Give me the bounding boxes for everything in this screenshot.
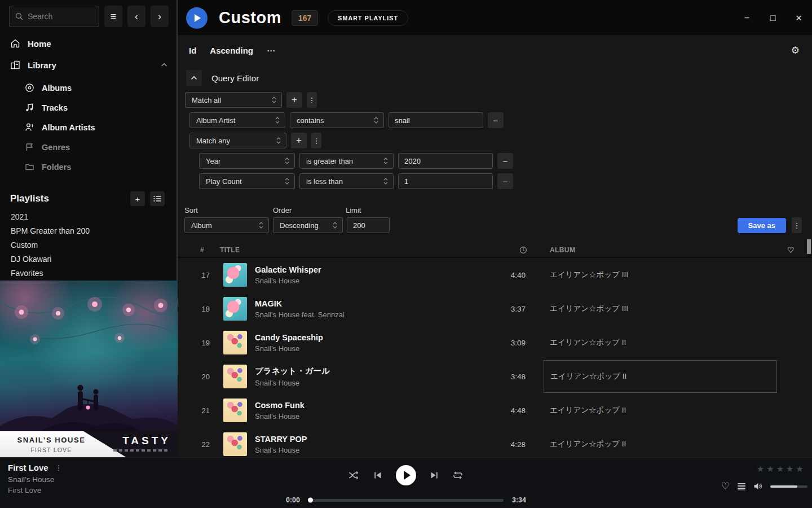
playlist-item-custom[interactable]: Custom [0, 238, 178, 252]
remove-rule-button[interactable]: − [488, 112, 504, 128]
sidebar-item-tracks[interactable]: Tracks [25, 98, 178, 117]
seek-knob[interactable] [308, 498, 313, 503]
star-icon[interactable]: ★ [786, 464, 793, 474]
volume-slider[interactable] [770, 485, 807, 488]
play-pause-button[interactable] [396, 465, 416, 485]
star-icon[interactable]: ★ [776, 464, 784, 474]
more-options-icon[interactable]: ⋯ [267, 46, 275, 56]
sidebar-item-library[interactable]: Library [0, 54, 178, 76]
now-playing-menu-icon[interactable]: ⋮ [55, 464, 62, 472]
playlist-item-2021[interactable]: 2021 [0, 209, 178, 224]
next-track-icon[interactable] [430, 471, 439, 480]
scrollbar-thumb[interactable] [807, 239, 811, 254]
select-spinner-icon [259, 221, 263, 229]
save-as-button[interactable]: Save as [738, 218, 786, 233]
sort-select[interactable]: Album [184, 217, 269, 233]
favorite-heart-icon[interactable]: ♡ [721, 480, 730, 492]
sidebar-item-genres[interactable]: Genres [25, 137, 178, 157]
rule-value-input[interactable] [398, 173, 493, 189]
track-duration: 4:40 [497, 271, 526, 279]
maximize-button[interactable]: □ [767, 13, 778, 23]
column-header-album[interactable]: ALBUM [550, 246, 575, 254]
add-rule-button[interactable]: + [286, 92, 302, 108]
shuffle-icon[interactable] [348, 471, 360, 480]
rule-operator-select[interactable]: is greater than [299, 153, 394, 169]
table-row[interactable]: 21 Cosmo Funk Snail’s House 4:48 エイリアン☆ポ… [178, 393, 812, 427]
play-icon [195, 14, 201, 22]
match-mode-select[interactable]: Match any [189, 133, 286, 148]
track-album-cell[interactable]: エイリアン☆ポップ III [544, 258, 777, 292]
sort-field-button[interactable]: Id [189, 46, 196, 55]
playlist-list-button[interactable] [150, 191, 165, 206]
now-playing-album[interactable]: First Love [8, 486, 62, 494]
previous-track-icon[interactable] [373, 471, 382, 480]
star-icon[interactable]: ★ [766, 464, 774, 474]
star-icon[interactable]: ★ [796, 464, 804, 474]
table-row[interactable]: 20 プラネット・ガール Snail’s House 3:48 エイリアン☆ポッ… [178, 360, 812, 393]
star-icon[interactable]: ★ [757, 464, 764, 474]
sidebar-item-album-artists[interactable]: Album Artists [25, 117, 178, 137]
close-button[interactable]: × [793, 12, 804, 24]
remove-rule-button[interactable]: − [497, 173, 513, 189]
home-icon [10, 38, 20, 49]
back-button[interactable]: ‹ [127, 6, 145, 27]
rule-operator-select[interactable]: is less than [299, 173, 394, 189]
track-album: エイリアン☆ポップ II [550, 439, 626, 449]
table-row[interactable]: 18 MAGIK Snail’s House feat. Sennzai 3:3… [178, 292, 812, 326]
track-album-cell[interactable]: エイリアン☆ポップ II [544, 393, 777, 427]
sidebar-item-home[interactable]: Home [0, 33, 178, 54]
track-duration: 3:37 [497, 305, 526, 313]
table-row[interactable]: 22 STARRY POP Snail’s House 4:28 エイリアン☆ポ… [178, 427, 812, 457]
forward-button[interactable]: › [151, 6, 169, 27]
track-album-cell[interactable]: エイリアン☆ポップ II [544, 427, 777, 457]
table-row[interactable]: 17 Galactic Whisper Snail’s House 4:40 エ… [178, 258, 812, 292]
search-icon [15, 12, 23, 20]
order-select[interactable]: Descending [273, 217, 343, 233]
repeat-icon[interactable] [452, 471, 464, 480]
add-rule-button[interactable]: + [291, 133, 307, 148]
match-mode-select[interactable]: Match all [185, 92, 282, 108]
volume-icon[interactable] [753, 482, 763, 491]
search-input[interactable] [28, 12, 90, 21]
group-menu-button[interactable]: ⋮ [311, 133, 321, 148]
playlist-item-favorites[interactable]: Favorites [0, 266, 178, 280]
sort-direction-button[interactable]: Ascending [210, 46, 253, 55]
search-box[interactable] [9, 6, 99, 27]
select-value: is less than [306, 177, 343, 186]
queue-icon[interactable] [737, 483, 746, 491]
sidebar-item-albums[interactable]: Albums [25, 78, 178, 98]
duration-clock-icon[interactable] [519, 246, 527, 254]
minimize-button[interactable]: − [742, 13, 752, 23]
collapse-chevron-icon[interactable] [161, 63, 167, 67]
table-row[interactable]: 19 Candy Spaceship Snail’s House 3:09 エイ… [178, 326, 812, 360]
rule-value-input[interactable] [398, 153, 493, 169]
sidebar-item-folders[interactable]: Folders [25, 157, 178, 177]
track-album-cell[interactable]: エイリアン☆ポップ II [544, 326, 777, 360]
playlist-item-bpm[interactable]: BPM Greater than 200 [0, 224, 178, 238]
track-art-thumbnail [223, 398, 247, 422]
playlist-item-dj-okawari[interactable]: DJ Okawari [0, 252, 178, 266]
save-menu-button[interactable]: ⋮ [792, 217, 802, 233]
add-playlist-button[interactable]: + [130, 191, 145, 206]
track-album-cell-selected[interactable]: エイリアン☆ポップ II [544, 360, 777, 393]
limit-input[interactable] [347, 217, 390, 233]
remove-rule-button[interactable]: − [497, 153, 513, 169]
column-header-number[interactable]: # [200, 246, 204, 254]
column-header-title[interactable]: TITLE [220, 246, 240, 254]
play-playlist-button[interactable] [186, 7, 208, 29]
now-playing-artist[interactable]: Snail’s House [8, 475, 62, 484]
rule-field-select[interactable]: Album Artist [189, 112, 285, 128]
rule-field-select[interactable]: Play Count [199, 173, 295, 189]
rule-field-select[interactable]: Year [199, 153, 295, 169]
group-menu-button[interactable]: ⋮ [307, 92, 317, 108]
collapse-query-editor-button[interactable] [186, 70, 202, 86]
rule-value-input[interactable] [389, 112, 483, 128]
menu-button[interactable]: ≡ [104, 6, 122, 27]
window-controls: − □ × [742, 0, 804, 36]
rule-operator-select[interactable]: contains [290, 112, 384, 128]
settings-gear-icon[interactable]: ⚙ [791, 45, 800, 56]
favorite-heart-icon[interactable]: ♡ [787, 246, 795, 255]
seek-bar[interactable] [308, 499, 504, 502]
rating-stars[interactable]: ★ ★ ★ ★ ★ [757, 464, 804, 474]
track-album-cell[interactable]: エイリアン☆ポップ III [544, 292, 777, 326]
